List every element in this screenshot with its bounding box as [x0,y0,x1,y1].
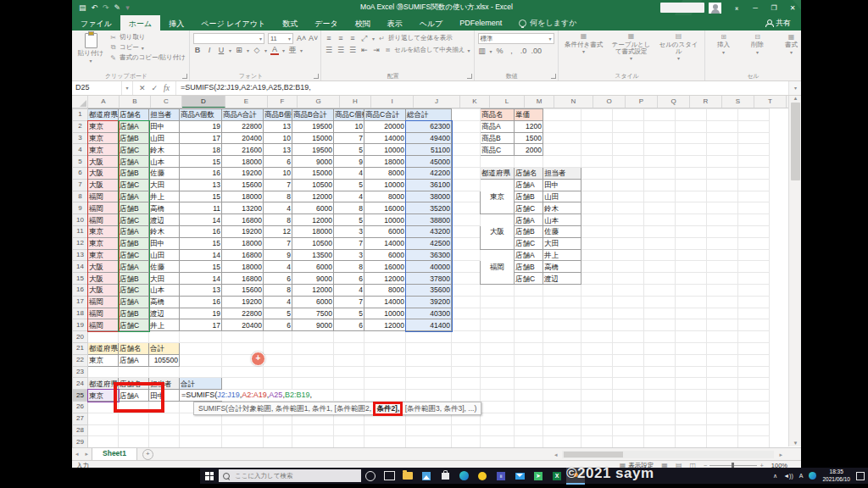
cell-N4[interactable] [543,144,581,156]
font-name-select[interactable]: ▾ [193,33,264,44]
cell-Q9[interactable] [644,202,676,214]
cell-T17[interactable] [738,296,770,308]
cell-T25[interactable] [738,390,770,402]
cell-P14[interactable] [613,261,644,273]
cell-S24[interactable] [707,378,738,390]
cell-E5[interactable]: 18000 [222,156,264,168]
cell-K8[interactable] [452,191,481,202]
cell-P28[interactable] [613,424,644,436]
cell-Q6[interactable] [644,167,676,179]
cell-J4[interactable]: 51100 [406,144,452,156]
cell-M4[interactable]: 2000 [515,144,543,156]
align-right-icon[interactable]: ☰ [348,46,357,54]
cell-P22[interactable] [613,354,644,366]
row-header-11[interactable]: 11 [73,225,88,237]
cell-D29[interactable] [180,436,222,447]
cell-E19[interactable]: 20400 [222,319,264,331]
cell-H28[interactable] [334,424,364,436]
cell-M9[interactable]: 店舗C [515,202,543,214]
cell-P27[interactable] [613,413,644,424]
cell-I13[interactable]: 6000 [364,249,406,261]
cell-L13[interactable]: 福岡 [481,249,515,284]
minimize-button[interactable]: ─ [747,3,764,14]
cell-P1[interactable] [613,109,644,121]
cell-F23[interactable] [264,366,292,378]
cell-C19[interactable]: 井上 [149,319,180,331]
cell-D22[interactable] [180,354,222,366]
cell-A17[interactable]: 福岡 [88,296,119,308]
cell-R11[interactable] [676,225,707,237]
cell-F24[interactable] [264,378,292,390]
cell-F20[interactable] [264,331,292,343]
cell-B13[interactable]: 店舗C [119,249,149,261]
cell-M15[interactable]: 店舗C [515,273,543,285]
cell-G7[interactable]: 10500 [292,179,334,191]
paste-button[interactable]: 貼り付け▾ [75,33,106,64]
cell-E28[interactable] [222,424,264,436]
cell-Q27[interactable] [644,413,676,424]
align-left-icon[interactable]: ☰ [325,46,333,54]
cell-I18[interactable]: 10000 [364,308,406,319]
cell-G15[interactable]: 9000 [292,273,334,285]
cell-I20[interactable] [364,331,406,343]
cell-H11[interactable]: 3 [334,225,364,237]
cell-L4[interactable]: 商品C [481,144,515,156]
cell-E11[interactable]: 19200 [222,225,264,237]
cell-M17[interactable] [515,296,543,308]
page-layout-view-icon[interactable]: ▤ [676,462,682,468]
cell-T19[interactable] [738,319,770,331]
cell-S7[interactable] [707,179,738,191]
cell-E6[interactable]: 19200 [222,167,264,179]
cell-K25[interactable] [452,390,481,402]
cell-O13[interactable] [581,249,613,261]
currency-format-icon[interactable]: ▥ [478,47,487,55]
cell-L1[interactable]: 商品名 [481,109,515,121]
cell-O12[interactable] [581,237,613,249]
cell-E18[interactable]: 22800 [222,308,264,319]
cell-E7[interactable]: 15600 [222,179,264,191]
cell-T11[interactable] [738,225,770,237]
cell-B9[interactable]: 店舗B [119,202,149,214]
cell-I7[interactable]: 10000 [364,179,406,191]
cell-I1[interactable]: 商品C合計 [364,109,406,121]
cell-C16[interactable]: 山本 [149,284,180,296]
cell-M22[interactable] [515,354,543,366]
cell-H10[interactable]: 5 [334,214,364,226]
cell-C3[interactable]: 山田 [149,132,180,144]
cell-T12[interactable] [738,237,770,249]
column-header-I[interactable]: I [371,96,414,108]
cell-J22[interactable] [406,354,452,366]
cell-T3[interactable] [738,132,770,144]
cell-G18[interactable]: 7500 [292,308,334,319]
in-cell-formula-editor[interactable]: =SUMIFS(J2:J19,A2:A19,A25,B2:B19, [180,390,314,401]
align-center-icon[interactable]: ☰ [337,46,345,54]
cell-L24[interactable] [481,378,515,390]
page-break-view-icon[interactable]: ◫ [689,462,696,468]
cell-K6[interactable] [452,167,481,179]
cell-D10[interactable]: 14 [180,214,222,226]
cell-S12[interactable] [707,237,738,249]
cell-I14[interactable]: 16000 [364,261,406,273]
align-top-icon[interactable]: ≡ [325,34,333,42]
cell-D16[interactable]: 13 [180,284,222,296]
cell-O27[interactable] [581,413,613,424]
column-header-F[interactable]: F [268,96,298,108]
cell-P26[interactable] [613,401,644,413]
cell-F10[interactable]: 8 [264,214,292,226]
cell-M28[interactable] [515,424,543,436]
cell-G1[interactable]: 商品B合計 [292,109,334,121]
cell-G11[interactable]: 18000 [292,225,334,237]
cell-R27[interactable] [676,413,707,424]
cell-G13[interactable]: 13500 [292,249,334,261]
cell-D1[interactable]: 商品A個数 [180,109,222,121]
cell-P3[interactable] [613,132,644,144]
cell-A7[interactable]: 大阪 [88,179,119,191]
cell-K14[interactable] [452,261,481,273]
row-header-26[interactable]: 26 [73,401,88,413]
cell-N17[interactable] [543,296,581,308]
cell-J8[interactable]: 38000 [406,191,452,202]
cell-J11[interactable]: 43200 [406,225,452,237]
cell-B2[interactable]: 店舗A [119,120,149,132]
restore-button[interactable]: ❐ [765,3,782,14]
horizontal-scrollbar-thumb[interactable] [564,452,623,458]
